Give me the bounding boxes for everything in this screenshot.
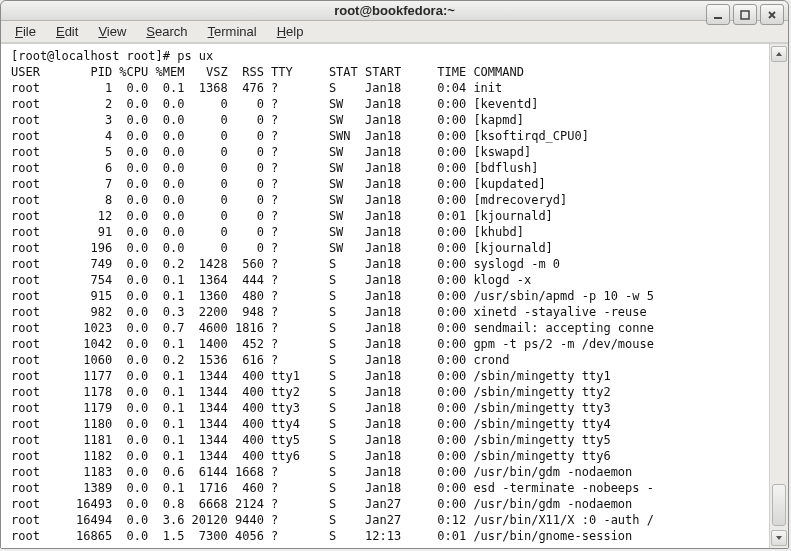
minimize-button[interactable] — [706, 4, 730, 25]
content-area: [root@localhost root]# ps ux USER PID %C… — [1, 43, 788, 548]
svg-rect-0 — [714, 17, 722, 19]
menu-help[interactable]: Help — [267, 21, 314, 42]
menu-file[interactable]: File — [5, 21, 46, 42]
terminal-window: root@bookfedora:~ File Edit View Search … — [0, 0, 789, 549]
scroll-up-button[interactable] — [771, 46, 787, 62]
maximize-button[interactable] — [733, 4, 757, 25]
menu-terminal[interactable]: Terminal — [198, 21, 267, 42]
terminal-output[interactable]: [root@localhost root]# ps ux USER PID %C… — [1, 44, 769, 548]
menu-view[interactable]: View — [88, 21, 136, 42]
scrollbar-track[interactable] — [772, 64, 786, 528]
window-title: root@bookfedora:~ — [1, 3, 788, 18]
scrollbar-thumb[interactable] — [772, 484, 786, 526]
svg-rect-1 — [741, 11, 749, 19]
scroll-down-button[interactable] — [771, 530, 787, 546]
menu-search[interactable]: Search — [136, 21, 197, 42]
menubar: File Edit View Search Terminal Help — [1, 21, 788, 43]
titlebar[interactable]: root@bookfedora:~ — [1, 1, 788, 21]
close-button[interactable] — [760, 4, 784, 25]
scrollbar[interactable] — [769, 44, 788, 548]
window-buttons — [706, 4, 784, 25]
menu-edit[interactable]: Edit — [46, 21, 88, 42]
